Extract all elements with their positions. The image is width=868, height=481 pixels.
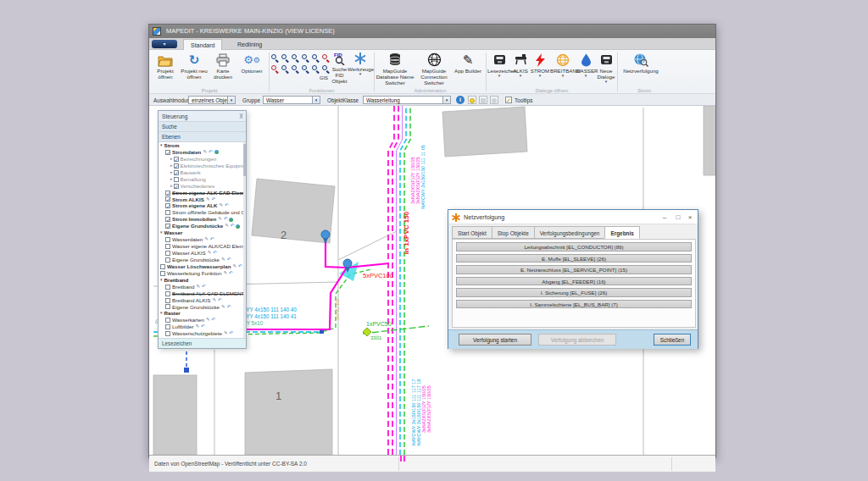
layer-group-header[interactable]: ▾Breitband bbox=[159, 277, 246, 284]
expander-icon[interactable]: ▾ bbox=[160, 310, 163, 317]
close-icon[interactable]: × bbox=[684, 210, 696, 224]
zoom-tool-icon[interactable] bbox=[322, 65, 330, 73]
undo-icon[interactable]: ↶ bbox=[209, 149, 213, 156]
layer-item[interactable]: ▸✓Verschiedenes bbox=[159, 183, 246, 190]
pencil-icon[interactable]: ✎ bbox=[221, 304, 225, 311]
layer-checkbox[interactable] bbox=[165, 324, 170, 329]
layer-checkbox[interactable]: ✓ bbox=[174, 157, 179, 162]
pencil-icon[interactable]: ✎ bbox=[206, 317, 210, 323]
layer-checkbox[interactable]: ✓ bbox=[165, 224, 170, 229]
layer-item[interactable]: Eigene Grundstücke✎↶ bbox=[159, 257, 246, 263]
objektklasse-select[interactable]: Wasserleitung ▾ bbox=[363, 96, 451, 104]
undo-icon[interactable]: ↶ bbox=[229, 270, 233, 277]
tab-stop-objekte[interactable]: Stop Objekte bbox=[492, 226, 534, 239]
layer-checkbox[interactable] bbox=[165, 244, 170, 249]
pencil-icon[interactable]: ✎ bbox=[225, 223, 229, 229]
layer-item[interactable]: Breitband✎↶ bbox=[159, 284, 246, 290]
pencil-icon[interactable]: ✎ bbox=[224, 330, 228, 337]
tab-standard[interactable]: Standard bbox=[183, 39, 222, 50]
verfolgung-abbrechen-button[interactable]: Verfolgung abbrechen bbox=[538, 334, 616, 346]
child-arrow-icon[interactable]: ▸ bbox=[170, 163, 173, 169]
result-class-bar[interactable]: Leitungsabschnitt [EL_CONDUCTOR] (89) bbox=[456, 242, 692, 252]
zoom-tool-icon[interactable] bbox=[271, 65, 279, 73]
layer-checkbox[interactable] bbox=[165, 298, 170, 303]
layer-checkbox[interactable] bbox=[160, 264, 165, 269]
schliessen-button[interactable]: Schließen bbox=[654, 334, 691, 346]
breitband-button[interactable]: BREITBAND ▾ bbox=[550, 52, 576, 77]
undo-icon[interactable]: ↶ bbox=[213, 250, 217, 257]
layer-item[interactable]: Wasserdaten✎↶ bbox=[159, 236, 246, 243]
layer-item[interactable]: Wasserkarten✎↶ bbox=[159, 317, 246, 323]
panel-ebenen-section[interactable]: Ebenen bbox=[159, 132, 246, 142]
undo-icon[interactable]: ↶ bbox=[238, 263, 242, 270]
suche-fid-button[interactable]: FID Suche FID Objekt bbox=[331, 50, 348, 84]
tool-icon-disabled[interactable] bbox=[479, 96, 487, 104]
neue-dialoge-button[interactable]: Neue Dialoge ▾ bbox=[596, 52, 616, 83]
tree-scrollbar-thumb[interactable] bbox=[243, 144, 246, 176]
tab-redlining[interactable]: Redlining bbox=[231, 39, 269, 50]
layer-item[interactable]: ✓Strom eigene ALK CAD Elemente bbox=[159, 190, 246, 196]
layer-item[interactable]: ✓Strom eigene ALK✎↶ bbox=[159, 202, 246, 209]
mapguide-database-button[interactable]: MapGuide Database Name Switcher bbox=[376, 52, 415, 86]
undo-icon[interactable]: ↶ bbox=[225, 202, 229, 209]
globe-icon[interactable] bbox=[229, 218, 233, 222]
gruppe-select[interactable]: Wasser ▾ bbox=[263, 96, 320, 104]
pencil-icon[interactable]: ✎ bbox=[206, 196, 210, 203]
layer-checkbox[interactable] bbox=[160, 271, 165, 276]
minimize-icon[interactable]: – bbox=[659, 210, 670, 224]
layer-checkbox[interactable] bbox=[165, 237, 170, 242]
globe-icon[interactable] bbox=[214, 150, 219, 154]
expander-icon[interactable]: ▾ bbox=[160, 277, 163, 284]
layer-checkbox[interactable] bbox=[174, 177, 179, 182]
werkzeuge-button[interactable]: Werkzeuge ▾ bbox=[348, 50, 373, 84]
undo-icon[interactable]: ↶ bbox=[231, 223, 235, 229]
tab-start-objekt[interactable]: Start Objekt bbox=[452, 226, 492, 239]
zoom-tool-icon[interactable] bbox=[322, 54, 330, 62]
dropdown-icon[interactable]: ▾ bbox=[227, 97, 235, 103]
expander-icon[interactable]: ▾ bbox=[160, 142, 163, 149]
pencil-icon[interactable]: ✎ bbox=[232, 263, 236, 270]
expander-icon[interactable]: ▾ bbox=[160, 229, 163, 236]
pencil-icon[interactable]: ✎ bbox=[197, 284, 201, 290]
tab-ergebnis[interactable]: Ergebnis bbox=[604, 226, 639, 239]
tool-icon-disabled-2[interactable] bbox=[490, 96, 498, 104]
dropdown-icon[interactable]: ▾ bbox=[312, 97, 320, 103]
layer-checkbox[interactable] bbox=[165, 210, 170, 215]
layer-checkbox[interactable]: ✓ bbox=[174, 163, 179, 169]
layer-item[interactable]: Breitband ALKIS✎↶ bbox=[159, 297, 246, 304]
child-arrow-icon[interactable]: ▸ bbox=[170, 176, 173, 183]
layer-checkbox[interactable] bbox=[165, 331, 170, 336]
undo-icon[interactable]: ↶ bbox=[212, 317, 216, 323]
map-canvas[interactable]: 5xPVC100 1xPVC50 3301 NAYY 4x150 111 140… bbox=[149, 106, 715, 455]
layer-item[interactable]: ▸✓Bezeichnungen bbox=[159, 156, 246, 163]
layer-item[interactable]: Wasserschutzgebiete✎↶ bbox=[159, 330, 246, 337]
layer-checkbox[interactable]: ✓ bbox=[165, 150, 170, 155]
layer-item[interactable]: Wasser eigene ALK/CAD Elemente bbox=[159, 243, 246, 250]
pin-icon[interactable]: ⊼ bbox=[239, 111, 243, 122]
mapguide-connection-button[interactable]: MapGuide Connection Switcher bbox=[415, 52, 453, 86]
auswahlmodus-select[interactable]: einzelnes Objekt ▾ bbox=[188, 96, 236, 104]
layer-checkbox[interactable]: ✓ bbox=[165, 191, 170, 196]
dropdown-icon[interactable]: ▾ bbox=[442, 97, 450, 103]
pencil-icon[interactable]: ✎ bbox=[223, 270, 227, 277]
layer-item[interactable]: ▸Bemaßung bbox=[159, 176, 246, 183]
zoom-tool-icon[interactable] bbox=[281, 65, 289, 73]
tree-scrollbar[interactable] bbox=[243, 142, 246, 338]
maximize-icon[interactable]: □ bbox=[672, 210, 684, 224]
alkis-button[interactable]: ALKIS ▾ bbox=[511, 52, 530, 77]
undo-icon[interactable]: ↶ bbox=[212, 196, 216, 203]
netzverfolgung-button[interactable]: Netzverfolgung bbox=[619, 52, 663, 74]
layer-checkbox[interactable]: ✓ bbox=[165, 203, 170, 208]
layer-checkbox[interactable] bbox=[165, 257, 170, 263]
layer-item[interactable]: Eigene Grundstücke✎↶ bbox=[159, 304, 246, 311]
layer-item[interactable]: ✓Stromdaten✎↶ bbox=[159, 149, 246, 156]
pencil-icon[interactable]: ✎ bbox=[203, 149, 207, 156]
info-icon[interactable]: i bbox=[456, 96, 465, 104]
layer-group-header[interactable]: ▾Strom bbox=[159, 142, 246, 149]
pencil-icon[interactable]: ✎ bbox=[219, 202, 223, 209]
layer-group-header[interactable]: ▾Wasser bbox=[159, 229, 246, 236]
panel-suche-section[interactable]: Suche bbox=[159, 122, 246, 132]
undo-icon[interactable]: ↶ bbox=[202, 284, 206, 290]
result-class-bar[interactable]: E. Netzanschluss [EL_SERVICE_POINT] (15) bbox=[456, 265, 692, 274]
zoom-tool-icon[interactable] bbox=[312, 65, 320, 73]
